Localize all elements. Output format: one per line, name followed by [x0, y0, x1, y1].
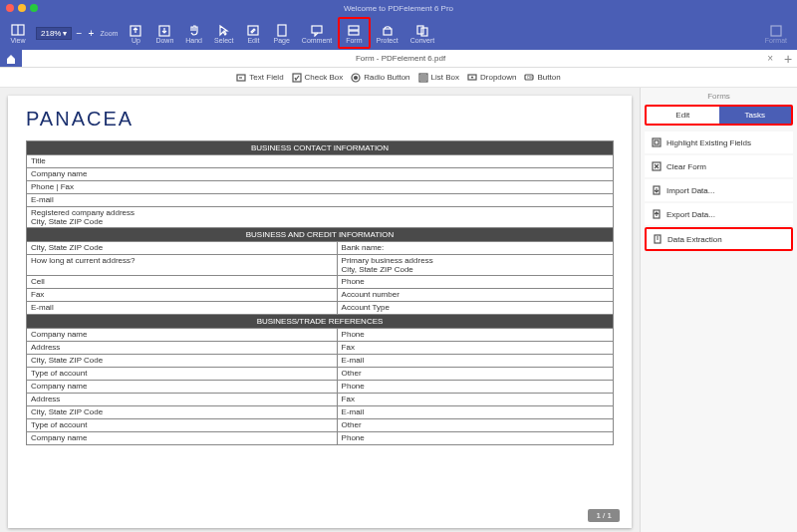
svg-rect-5: [278, 25, 286, 36]
table-cell: Fax: [27, 289, 338, 302]
zoom-value-dropdown[interactable]: 218%▾: [36, 27, 72, 40]
home-tab[interactable]: [0, 50, 22, 67]
form-field-toolbar: Text Field Check Box Radio Button List B…: [0, 68, 797, 88]
svg-rect-11: [421, 28, 427, 36]
table-cell: Primary business address City, State ZIP…: [337, 255, 613, 276]
table-cell: Registered company address City, State Z…: [27, 207, 614, 228]
table-cell: Bank name:: [337, 242, 613, 255]
page-button[interactable]: Page: [267, 17, 295, 49]
document-canvas[interactable]: PANACEA BUSINESS CONTACT INFORMATION Tit…: [0, 88, 640, 532]
protect-icon: [380, 23, 396, 37]
view-icon: [10, 23, 26, 37]
app-title: Welcome to PDFelement 6 Pro: [0, 4, 797, 13]
pdf-page: PANACEA BUSINESS CONTACT INFORMATION Tit…: [8, 96, 632, 528]
hand-button[interactable]: Hand: [179, 17, 208, 49]
section-header: BUSINESS/TRADE REFERENCES: [27, 315, 614, 329]
table-cell: Fax: [337, 342, 613, 355]
table-cell: Account number: [337, 289, 613, 302]
import-icon: [652, 185, 662, 195]
export-data-task[interactable]: Export Data...: [645, 203, 793, 225]
table-cell: Phone: [337, 329, 613, 342]
table-cell: Company name: [27, 432, 338, 445]
tab-strip: Form - PDFelement 6.pdf× +: [0, 50, 797, 68]
select-icon: [216, 23, 232, 37]
section-header: BUSINESS CONTACT INFORMATION: [27, 141, 614, 155]
table-cell: How long at current address?: [27, 255, 338, 276]
hand-icon: [186, 23, 202, 37]
table-cell: City, State ZIP Code: [27, 406, 338, 419]
window-titlebar: Welcome to PDFelement 6 Pro: [0, 0, 797, 16]
table-cell: Other: [337, 419, 613, 432]
table-cell: Fax: [337, 394, 613, 406]
list-box-tool[interactable]: List Box: [418, 73, 459, 83]
comment-button[interactable]: Comment: [296, 17, 338, 49]
check-box-icon: [292, 73, 302, 83]
table-cell: Account Type: [337, 302, 613, 315]
document-tab[interactable]: Form - PDFelement 6.pdf×: [22, 50, 779, 67]
table-cell: City, State ZIP Code: [27, 355, 338, 368]
up-button[interactable]: Up: [122, 17, 149, 49]
convert-icon: [414, 23, 430, 37]
comment-icon: [309, 23, 325, 37]
highlight-fields-task[interactable]: Highlight Existing Fields: [645, 132, 793, 153]
svg-rect-25: [653, 138, 661, 146]
table-cell: Phone: [337, 381, 613, 394]
table-cell: Title: [27, 155, 614, 168]
edit-button[interactable]: Edit: [239, 17, 267, 49]
view-button[interactable]: View: [4, 17, 32, 49]
side-panel: Forms Edit Tasks Highlight Existing Fiel…: [640, 88, 797, 532]
close-tab-button[interactable]: ×: [767, 53, 773, 64]
convert-button[interactable]: Convert: [404, 17, 441, 49]
tasks-list: Highlight Existing Fields Clear Form Imp…: [641, 126, 797, 259]
table-cell: Company name: [27, 168, 614, 181]
clear-form-task[interactable]: Clear Form: [645, 155, 793, 177]
dropdown-icon: [467, 73, 477, 83]
table-cell: Type of account: [27, 419, 338, 432]
edit-tab[interactable]: Edit: [647, 107, 719, 124]
table-cell: E-mail: [337, 355, 613, 368]
protect-button[interactable]: Protect: [371, 17, 404, 49]
main-toolbar: View 218%▾ − + Zoom Up Down Hand Select …: [0, 16, 797, 50]
extract-icon: [653, 234, 663, 244]
table-cell: E-mail: [27, 302, 338, 315]
zoom-out-button[interactable]: −: [74, 28, 84, 39]
select-button[interactable]: Select: [208, 17, 239, 49]
svg-rect-10: [417, 26, 423, 34]
form-icon: [346, 23, 362, 37]
check-box-tool[interactable]: Check Box: [292, 73, 344, 83]
home-icon: [5, 53, 17, 65]
svg-rect-26: [655, 140, 659, 144]
radio-button-tool[interactable]: Radio Button: [351, 73, 409, 83]
table-cell: Phone | Fax: [27, 181, 614, 194]
form-table: BUSINESS CONTACT INFORMATION Title Compa…: [26, 140, 614, 445]
down-button[interactable]: Down: [149, 17, 179, 49]
svg-point-17: [355, 76, 358, 79]
table-cell: Type of account: [27, 368, 338, 381]
table-cell: Address: [27, 342, 338, 355]
svg-rect-7: [349, 26, 359, 30]
import-data-task[interactable]: Import Data...: [645, 179, 793, 201]
text-field-tool[interactable]: Text Field: [236, 73, 283, 83]
svg-rect-8: [349, 31, 359, 35]
zoom-in-button[interactable]: +: [86, 28, 96, 39]
table-cell: City, State ZIP Code: [27, 242, 338, 255]
table-cell: Company name: [27, 329, 338, 342]
table-cell: Cell: [27, 276, 338, 289]
edit-icon: [245, 23, 261, 37]
svg-rect-9: [384, 29, 392, 35]
text-field-icon: [236, 73, 246, 83]
page-icon: [274, 23, 290, 37]
button-tool[interactable]: OKButton: [524, 73, 560, 83]
form-button[interactable]: Form: [338, 17, 370, 49]
dropdown-tool[interactable]: Dropdown: [467, 73, 516, 83]
section-header: BUSINESS AND CREDIT INFORMATION: [27, 228, 614, 242]
clear-icon: [652, 161, 662, 171]
chevron-down-icon: ▾: [63, 29, 67, 38]
data-extraction-task[interactable]: Data Extraction: [645, 227, 793, 251]
down-icon: [156, 23, 172, 37]
page-number-indicator[interactable]: 1 / 1: [588, 509, 620, 522]
new-tab-button[interactable]: +: [779, 50, 797, 67]
tasks-tab[interactable]: Tasks: [719, 107, 792, 124]
format-button[interactable]: Format: [759, 17, 793, 49]
up-icon: [128, 23, 143, 37]
